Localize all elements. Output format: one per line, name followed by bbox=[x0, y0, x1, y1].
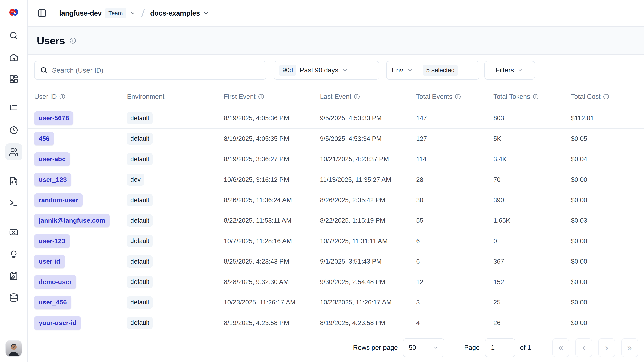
sidebar-item-sessions[interactable] bbox=[5, 122, 22, 139]
total-tokens-cell: 5K bbox=[494, 135, 571, 142]
annotation-icon bbox=[9, 271, 18, 280]
page-header: Users bbox=[28, 26, 644, 55]
user-id-badge[interactable]: 456 bbox=[34, 132, 54, 146]
total-events-cell: 6 bbox=[416, 237, 494, 245]
first-event-cell: 8/19/2025, 4:05:36 PM bbox=[224, 114, 320, 122]
total-cost-cell: $0.00 bbox=[571, 319, 644, 327]
table-row[interactable]: user_123 dev 10/6/2025, 3:16:12 PM 11/13… bbox=[28, 170, 644, 190]
table-row[interactable]: user-123 default 10/7/2025, 11:28:16 AM … bbox=[28, 231, 644, 251]
table-row[interactable]: random-user default 8/26/2025, 11:36:24 … bbox=[28, 190, 644, 210]
sidebar-item-annotation[interactable] bbox=[5, 267, 22, 284]
last-event-cell: 9/5/2025, 4:53:34 PM bbox=[320, 135, 416, 142]
sidebar-item-search[interactable] bbox=[5, 27, 22, 44]
environment-filter-button[interactable]: Env 5 selected bbox=[386, 61, 480, 80]
total-events-cell: 28 bbox=[416, 176, 494, 183]
pagination-bar: Rows per page 50 Page of 1 « ‹ › » bbox=[28, 333, 644, 362]
table-row[interactable]: jannik@langfuse.com default 8/22/2025, 1… bbox=[28, 210, 644, 231]
environment-badge: default bbox=[127, 317, 153, 329]
table-row[interactable]: your-user-id default 8/19/2025, 4:23:58 … bbox=[28, 313, 644, 333]
info-icon[interactable] bbox=[258, 94, 264, 100]
sidebar-item-tracing[interactable] bbox=[5, 100, 22, 117]
table-row[interactable]: user_456 default 10/23/2025, 11:26:17 AM… bbox=[28, 292, 644, 313]
search-box bbox=[34, 61, 266, 80]
org-chevron-down-icon[interactable] bbox=[130, 10, 136, 16]
last-event-cell: 9/1/2025, 3:51:43 PM bbox=[320, 258, 416, 265]
select-chevron-down-icon bbox=[433, 345, 439, 351]
last-event-cell: 8/26/2025, 2:35:42 PM bbox=[320, 196, 416, 204]
sidebar-item-scores[interactable] bbox=[5, 224, 22, 241]
page-number-input[interactable] bbox=[485, 338, 515, 357]
first-event-cell: 10/23/2025, 11:26:17 AM bbox=[224, 299, 320, 306]
user-id-badge[interactable]: user_456 bbox=[34, 296, 71, 309]
date-range-button[interactable]: 90d Past 90 days bbox=[274, 61, 379, 80]
info-icon[interactable] bbox=[455, 94, 461, 100]
user-id-badge[interactable]: random-user bbox=[34, 193, 83, 207]
sidebar-item-prompts[interactable] bbox=[5, 173, 22, 190]
first-event-cell: 8/19/2025, 4:05:35 PM bbox=[224, 135, 320, 142]
user-avatar[interactable] bbox=[6, 341, 22, 356]
total-tokens-cell: 367 bbox=[494, 258, 571, 265]
user-id-badge[interactable]: user_123 bbox=[34, 173, 71, 186]
org-name[interactable]: langfuse-dev bbox=[59, 9, 102, 17]
total-tokens-cell: 152 bbox=[494, 278, 571, 286]
sidebar-item-dashboards[interactable] bbox=[5, 71, 22, 88]
last-event-cell: 10/21/2025, 4:23:37 PM bbox=[320, 155, 416, 163]
sidebar-toggle-icon[interactable] bbox=[37, 8, 47, 18]
first-page-button[interactable]: « bbox=[552, 338, 569, 357]
sidebar-item-evaluation[interactable] bbox=[5, 246, 22, 262]
project-name[interactable]: docs-examples bbox=[150, 9, 200, 17]
first-event-cell: 8/22/2025, 11:53:11 AM bbox=[224, 217, 320, 224]
sidebar-item-playground[interactable] bbox=[5, 195, 22, 211]
user-id-badge[interactable]: user-abc bbox=[34, 152, 70, 166]
search-input[interactable] bbox=[52, 66, 261, 74]
filters-button[interactable]: Filters bbox=[484, 61, 535, 80]
total-events-cell: 6 bbox=[416, 258, 494, 265]
previous-page-button[interactable]: ‹ bbox=[576, 338, 592, 357]
table-row[interactable]: 456 default 8/19/2025, 4:05:35 PM 9/5/20… bbox=[28, 129, 644, 149]
column-header-last-event: Last Event bbox=[320, 93, 416, 101]
langfuse-logo-icon[interactable] bbox=[6, 5, 22, 20]
search-icon bbox=[40, 66, 48, 74]
sidebar-item-datasets[interactable] bbox=[5, 289, 22, 306]
info-icon[interactable] bbox=[354, 94, 360, 100]
total-tokens-cell: 1.65K bbox=[494, 217, 571, 224]
rows-per-page-label: Rows per page bbox=[353, 344, 398, 351]
user-id-badge[interactable]: your-user-id bbox=[34, 316, 81, 330]
first-event-cell: 8/19/2025, 4:23:58 PM bbox=[224, 319, 320, 327]
user-id-badge[interactable]: user-id bbox=[34, 255, 65, 268]
first-event-cell: 10/7/2025, 11:28:16 AM bbox=[224, 237, 320, 245]
total-events-cell: 12 bbox=[416, 278, 494, 286]
filters-label: Filters bbox=[496, 66, 514, 74]
column-header-total-cost: Total Cost bbox=[571, 93, 644, 101]
user-id-badge[interactable]: demo-user bbox=[34, 275, 76, 289]
last-event-cell: 8/19/2025, 4:23:58 PM bbox=[320, 319, 416, 327]
sidebar bbox=[0, 0, 28, 362]
breadcrumb: langfuse-dev Team docs-examples bbox=[59, 8, 209, 18]
org-type-badge: Team bbox=[105, 8, 126, 18]
user-id-badge[interactable]: user-5678 bbox=[34, 111, 73, 125]
table-row[interactable]: demo-user default 8/28/2025, 9:32:30 AM … bbox=[28, 272, 644, 292]
rows-per-page-select[interactable]: 50 bbox=[403, 338, 444, 357]
user-id-badge[interactable]: jannik@langfuse.com bbox=[34, 214, 110, 227]
next-page-button[interactable]: › bbox=[598, 338, 615, 357]
app-window: langfuse-dev Team docs-examples Users 90… bbox=[0, 0, 644, 362]
total-tokens-cell: 390 bbox=[494, 196, 571, 204]
total-cost-cell: $0.04 bbox=[571, 155, 644, 163]
column-header-environment: Environment bbox=[127, 93, 224, 101]
info-icon[interactable] bbox=[59, 94, 65, 100]
user-id-badge[interactable]: user-123 bbox=[34, 234, 70, 248]
project-chevron-down-icon[interactable] bbox=[203, 10, 209, 16]
info-icon[interactable] bbox=[533, 94, 539, 100]
column-header-total-events: Total Events bbox=[416, 93, 494, 101]
sidebar-item-home[interactable] bbox=[5, 49, 22, 66]
last-page-button[interactable]: » bbox=[622, 338, 638, 357]
table-row[interactable]: user-5678 default 8/19/2025, 4:05:36 PM … bbox=[28, 108, 644, 129]
chevron-right-icon: › bbox=[605, 343, 608, 352]
info-icon[interactable] bbox=[603, 94, 609, 100]
total-cost-cell: $0.00 bbox=[571, 237, 644, 245]
first-event-cell: 8/19/2025, 3:36:27 PM bbox=[224, 155, 320, 163]
sidebar-item-users[interactable] bbox=[5, 143, 22, 160]
table-row[interactable]: user-id default 8/25/2025, 4:23:43 PM 9/… bbox=[28, 251, 644, 272]
table-row[interactable]: user-abc default 8/19/2025, 3:36:27 PM 1… bbox=[28, 149, 644, 170]
page-title-info-icon[interactable] bbox=[69, 37, 76, 44]
